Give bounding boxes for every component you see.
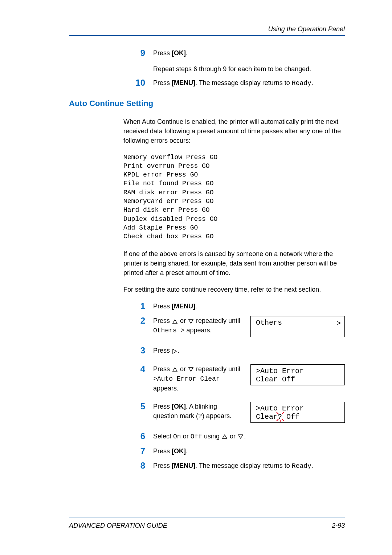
svg-marker-10 xyxy=(222,435,227,438)
text: Repeat steps 6 through 9 for each item t… xyxy=(153,64,345,74)
step-6: 6 Select On or Off using or . xyxy=(123,432,345,441)
step-number: 4 xyxy=(123,364,153,374)
lcd-text: Others xyxy=(256,319,282,327)
lcd-arrow: > xyxy=(336,319,341,328)
lcd-display: >Auto Error Clear? Off xyxy=(250,402,345,423)
step-body: Press [OK]. xyxy=(153,446,345,456)
footer-left: ADVANCED OPERATION GUIDE xyxy=(69,522,167,530)
step-9: 9 Press [OK]. Repeat steps 6 through 9 f… xyxy=(123,48,345,74)
triangle-up-icon xyxy=(172,319,177,324)
svg-marker-1 xyxy=(189,320,193,323)
text: or xyxy=(228,433,237,440)
lcd-display: Others > xyxy=(250,316,345,337)
step-body: Press . xyxy=(153,346,345,355)
step-body: Press [OK]. A blinking question mark (?)… xyxy=(153,402,345,423)
lcd-text: Clear Off xyxy=(256,375,340,384)
step-number: 8 xyxy=(123,461,153,470)
step-body: Press [MENU]. The message display return… xyxy=(153,461,345,471)
text: Press xyxy=(153,403,172,410)
text: . xyxy=(177,347,179,354)
running-header: Using the Operation Panel xyxy=(69,25,345,36)
page-footer: ADVANCED OPERATION GUIDE 2-93 xyxy=(69,518,345,530)
svg-marker-11 xyxy=(238,435,243,438)
triangle-up-icon xyxy=(222,434,227,439)
lcd-text: >Auto Error xyxy=(256,404,340,413)
step-body: Press [OK]. Repeat steps 6 through 9 for… xyxy=(153,48,345,74)
triangle-down-icon xyxy=(238,434,243,439)
text: ) appears. xyxy=(202,412,232,420)
step-number: 5 xyxy=(123,402,153,411)
step-1: 1 Press [MENU]. xyxy=(123,301,345,311)
triangle-up-icon xyxy=(172,367,177,372)
text: Press xyxy=(153,49,172,57)
text: using xyxy=(202,433,221,440)
text: Press xyxy=(153,347,172,354)
text: or xyxy=(178,365,188,373)
paragraph: If one of the above errors is caused by … xyxy=(123,249,345,278)
svg-marker-4 xyxy=(189,368,193,371)
paragraph: For setting the auto continue recovery t… xyxy=(123,285,345,294)
key-label: [MENU] xyxy=(172,462,195,469)
text: repeatedly until xyxy=(194,317,240,324)
error-list: Memory overflow Press GO Print overrun P… xyxy=(123,153,345,241)
footer-page-number: 2-93 xyxy=(332,522,345,530)
text: Press xyxy=(153,79,172,86)
svg-marker-0 xyxy=(173,320,177,323)
key-label: [OK] xyxy=(172,49,186,57)
text: appears. xyxy=(153,385,179,392)
mono-text: Off xyxy=(191,433,202,440)
step-body: Select On or Off using or . xyxy=(153,432,345,441)
lcd-text: >Auto Error xyxy=(256,367,340,375)
text: Select xyxy=(153,433,173,440)
text: appears. xyxy=(184,327,212,334)
text: . xyxy=(186,447,188,455)
text: Press xyxy=(153,462,172,469)
step-body: Press or repeatedly until Others > appea… xyxy=(153,316,345,337)
paragraph: When Auto Continue is enabled, the print… xyxy=(123,117,345,145)
key-label: [OK] xyxy=(172,403,186,410)
step-8: 8 Press [MENU]. The message display retu… xyxy=(123,461,345,471)
text: . xyxy=(244,433,246,440)
lcd-text: ? xyxy=(278,413,282,421)
text: . The message display returns to xyxy=(195,79,292,86)
step-number: 10 xyxy=(123,78,153,88)
mono-text: Others > xyxy=(153,327,184,334)
text: repeatedly until xyxy=(194,365,240,373)
step-number: 3 xyxy=(123,346,153,355)
step-body: Press or repeatedly until >Auto Error Cl… xyxy=(153,364,345,393)
step-4: 4 Press or repeatedly until >Auto Error … xyxy=(123,364,345,393)
step-10: 10 Press [MENU]. The message display ret… xyxy=(123,78,345,88)
triangle-down-icon xyxy=(188,367,193,372)
step-2: 2 Press or repeatedly until Others > app… xyxy=(123,316,345,337)
triangle-right-icon xyxy=(172,349,177,354)
blinking-cursor-icon: ? xyxy=(278,413,282,421)
running-title: Using the Operation Panel xyxy=(268,25,345,33)
text: or xyxy=(178,317,188,324)
step-number: 9 xyxy=(123,48,153,58)
mono-text: Ready xyxy=(292,462,311,470)
step-number: 2 xyxy=(123,316,153,325)
text: . xyxy=(311,79,313,86)
step-number: 6 xyxy=(123,432,153,441)
text: . xyxy=(311,462,313,469)
step-7: 7 Press [OK]. xyxy=(123,446,345,456)
mono-text: On xyxy=(173,433,181,440)
mono-text: >Auto Error Clear xyxy=(153,375,220,382)
text: . xyxy=(195,303,197,310)
key-label: [MENU] xyxy=(172,79,195,86)
svg-marker-2 xyxy=(173,349,176,353)
text: Press xyxy=(153,303,172,310)
step-number: 1 xyxy=(123,301,153,311)
mono-text: Ready xyxy=(292,80,311,87)
step-number: 7 xyxy=(123,446,153,456)
text: . xyxy=(186,49,188,57)
step-body: Press [MENU]. xyxy=(153,301,345,311)
mono-text: ? xyxy=(198,413,202,420)
lcd-text: Off xyxy=(282,413,299,421)
text: or xyxy=(181,433,191,440)
text: . The message display returns to xyxy=(195,462,292,469)
section-heading: Auto Continue Setting xyxy=(69,99,345,108)
step-body: Press [MENU]. The message display return… xyxy=(153,78,345,88)
key-label: [OK] xyxy=(172,447,186,455)
key-label: [MENU] xyxy=(172,303,195,310)
